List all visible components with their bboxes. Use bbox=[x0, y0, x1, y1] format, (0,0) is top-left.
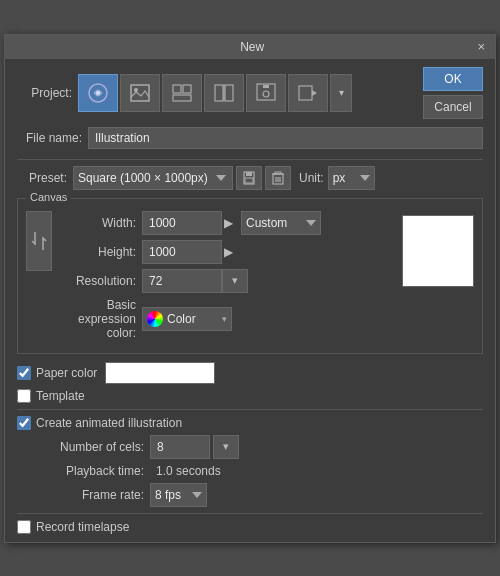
framerate-select[interactable]: 8 fps 12 fps 24 fps 30 fps bbox=[150, 483, 207, 507]
unit-label: Unit: bbox=[299, 171, 324, 185]
divider-3 bbox=[17, 513, 483, 514]
paper-color-swatch[interactable] bbox=[105, 362, 215, 384]
paper-row: Paper color bbox=[17, 362, 483, 384]
color-row: Basic expression color: Color ▾ bbox=[66, 298, 392, 340]
svg-rect-13 bbox=[299, 86, 312, 100]
project-icon-group: ▾ bbox=[78, 74, 415, 112]
color-wheel-icon bbox=[147, 311, 163, 327]
project-icon-video[interactable] bbox=[288, 74, 328, 112]
ok-cancel-group: OK Cancel bbox=[423, 67, 483, 119]
width-row: Width: ▶ Custom RGB CMYK bbox=[66, 211, 392, 235]
color-chevron-icon: ▾ bbox=[222, 314, 227, 324]
divider-1 bbox=[17, 159, 483, 160]
svg-point-1 bbox=[96, 91, 100, 95]
canvas-title: Canvas bbox=[26, 191, 71, 203]
template-text: Template bbox=[36, 389, 85, 403]
template-row: Template bbox=[17, 389, 483, 403]
width-arrow-button[interactable]: ▶ bbox=[224, 216, 233, 230]
svg-point-11 bbox=[263, 91, 269, 97]
project-row: Project: bbox=[17, 67, 483, 119]
animated-label[interactable]: Create animated illustration bbox=[17, 416, 182, 430]
close-button[interactable]: × bbox=[475, 39, 487, 54]
svg-rect-7 bbox=[215, 85, 223, 101]
template-checkbox[interactable] bbox=[17, 389, 31, 403]
height-input[interactable] bbox=[142, 240, 222, 264]
record-text: Record timelapse bbox=[36, 520, 129, 534]
cels-dropdown-button[interactable]: ▾ bbox=[213, 435, 239, 459]
svg-rect-6 bbox=[173, 95, 191, 101]
animated-text: Create animated illustration bbox=[36, 416, 182, 430]
preset-label: Preset: bbox=[17, 171, 67, 185]
resolution-dropdown-button[interactable]: ▾ bbox=[222, 269, 248, 293]
paper-color-text: Paper color bbox=[36, 366, 97, 380]
animated-fields: Number of cels: ▾ Playback time: 1.0 sec… bbox=[17, 435, 483, 507]
height-row: Height: ▶ bbox=[66, 240, 392, 264]
project-icon-book[interactable] bbox=[204, 74, 244, 112]
resolution-input[interactable] bbox=[142, 269, 222, 293]
preset-delete-button[interactable] bbox=[265, 166, 291, 190]
new-dialog: New × Project: bbox=[4, 34, 496, 543]
playback-label: Playback time: bbox=[39, 464, 144, 478]
cancel-button[interactable]: Cancel bbox=[423, 95, 483, 119]
canvas-left bbox=[26, 211, 58, 271]
svg-rect-5 bbox=[183, 85, 191, 93]
project-icon-comic[interactable] bbox=[162, 74, 202, 112]
preset-select[interactable]: Square (1000 × 1000px) A4 Letter Custom bbox=[73, 166, 233, 190]
playback-value: 1.0 seconds bbox=[156, 464, 221, 478]
filename-input[interactable] bbox=[88, 127, 483, 149]
custom-dropdown: Custom RGB CMYK bbox=[241, 211, 321, 235]
height-label: Height: bbox=[66, 245, 136, 259]
resolution-row: Resolution: ▾ bbox=[66, 269, 392, 293]
swap-dimensions-button[interactable] bbox=[26, 211, 52, 271]
unit-select[interactable]: px mm cm inch bbox=[328, 166, 375, 190]
canvas-inner: Width: ▶ Custom RGB CMYK H bbox=[26, 211, 474, 345]
framerate-label: Frame rate: bbox=[39, 488, 144, 502]
animated-header: Create animated illustration bbox=[17, 416, 483, 430]
resolution-label: Resolution: bbox=[66, 274, 136, 288]
svg-rect-12 bbox=[263, 85, 269, 88]
animated-section: Create animated illustration Number of c… bbox=[17, 416, 483, 507]
dialog-body: Project: bbox=[5, 59, 495, 542]
custom-select[interactable]: Custom RGB CMYK bbox=[241, 211, 321, 235]
color-value: Color bbox=[167, 312, 218, 326]
title-bar: New × bbox=[5, 35, 495, 59]
height-arrow-button[interactable]: ▶ bbox=[224, 245, 233, 259]
record-checkbox[interactable] bbox=[17, 520, 31, 534]
filename-label: File name: bbox=[17, 131, 82, 145]
template-label[interactable]: Template bbox=[17, 389, 85, 403]
cels-row: Number of cels: ▾ bbox=[39, 435, 483, 459]
cels-input[interactable] bbox=[150, 435, 210, 459]
animated-checkbox[interactable] bbox=[17, 416, 31, 430]
filename-row: File name: bbox=[17, 127, 483, 149]
paper-color-checkbox[interactable] bbox=[17, 366, 31, 380]
cels-label: Number of cels: bbox=[39, 440, 144, 454]
width-label: Width: bbox=[66, 216, 136, 230]
ok-button[interactable]: OK bbox=[423, 67, 483, 91]
record-row: Record timelapse bbox=[17, 520, 483, 534]
playback-row: Playback time: 1.0 seconds bbox=[39, 464, 483, 478]
project-icon-more[interactable]: ▾ bbox=[330, 74, 352, 112]
color-label: Basic expression color: bbox=[66, 298, 136, 340]
svg-rect-4 bbox=[173, 85, 181, 93]
preset-save-button[interactable] bbox=[236, 166, 262, 190]
project-icon-illustration[interactable] bbox=[78, 74, 118, 112]
width-input[interactable] bbox=[142, 211, 222, 235]
record-label[interactable]: Record timelapse bbox=[17, 520, 129, 534]
paper-color-label[interactable]: Paper color bbox=[17, 366, 97, 380]
svg-point-3 bbox=[134, 88, 138, 92]
svg-rect-17 bbox=[245, 178, 253, 183]
divider-2 bbox=[17, 409, 483, 410]
dialog-title: New bbox=[29, 40, 475, 54]
project-icon-settings[interactable] bbox=[246, 74, 286, 112]
svg-rect-16 bbox=[246, 172, 252, 176]
canvas-preview bbox=[402, 215, 474, 287]
framerate-row: Frame rate: 8 fps 12 fps 24 fps 30 fps bbox=[39, 483, 483, 507]
project-icon-image[interactable] bbox=[120, 74, 160, 112]
svg-rect-8 bbox=[225, 85, 233, 101]
svg-marker-14 bbox=[312, 90, 317, 96]
preset-row: Preset: Square (1000 × 1000px) A4 Letter… bbox=[17, 166, 483, 190]
canvas-fields: Width: ▶ Custom RGB CMYK H bbox=[66, 211, 392, 345]
color-select[interactable]: Color ▾ bbox=[142, 307, 232, 331]
project-label: Project: bbox=[17, 86, 72, 100]
svg-rect-23 bbox=[275, 172, 281, 174]
